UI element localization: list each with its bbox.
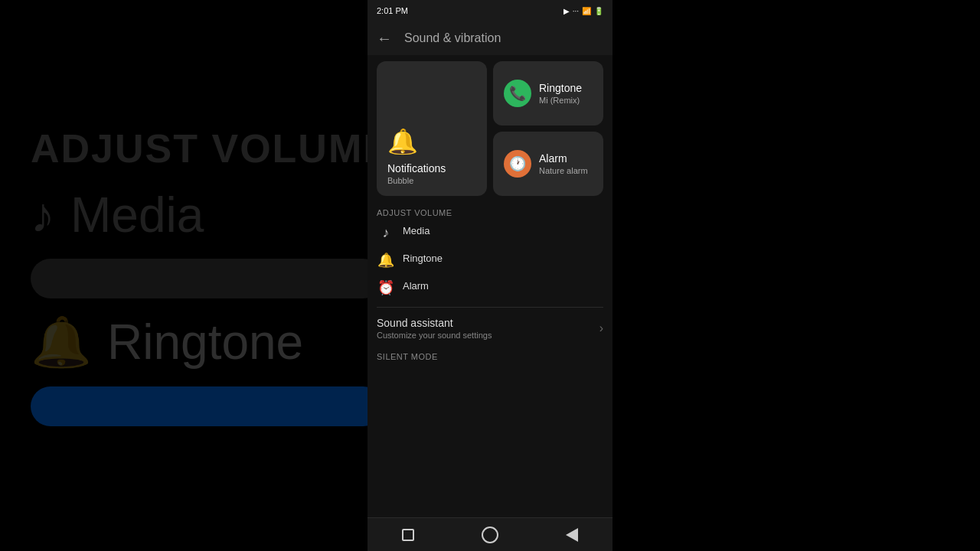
sound-assistant-subtitle: Customize your sound settings [377,331,599,340]
bg-bell-icon: 🔔 [31,314,92,371]
status-bar: 2:01 PM ▶ ··· 📶 🔋 [368,0,612,21]
back-nav-button[interactable] [557,520,587,550]
ringtone-volume-row: 🔔 Ringtone [377,252,603,269]
alarm-tile-sublabel: Nature alarm [539,166,593,175]
phone-frame: 2:01 PM ▶ ··· 📶 🔋 ← Sound & vibration 🔔 … [368,0,612,551]
header: ← Sound & vibration [368,21,612,55]
media-volume-label: Media [403,225,603,236]
ringtone-icon-circle: 📞 [504,80,531,107]
sound-assistant-text: Sound assistant Customize your sound set… [377,317,599,340]
notifications-tile-label: Notifications [387,162,446,174]
alarm-volume-label: Alarm [403,280,603,292]
status-time: 2:01 PM [377,6,408,15]
ringtone-tile-label: Ringtone [539,82,593,94]
signal-icon: ▶ [564,7,570,15]
bg-adjust-volume-text: ADJUST VOLUME [31,126,391,171]
ringtone-tile-sublabel: Mi (Remix) [539,96,593,105]
page-title: Sound & vibration [404,31,501,45]
bg-media-icon: ♪ [31,187,55,243]
back-button[interactable]: ← [377,30,392,47]
battery-icon: 🔋 [594,7,603,15]
recents-nav-button[interactable] [393,520,423,550]
sound-assistant-title: Sound assistant [377,317,599,329]
home-icon [482,527,498,543]
media-volume-row: ♪ Media [377,225,603,241]
alarm-tile-label: Alarm [539,152,593,165]
alarm-tile[interactable]: 🕐 Alarm Nature alarm [493,132,603,196]
content-area: 🔔 Notifications Bubble 📞 Ringtone Mi (Re… [368,55,612,517]
ringtone-tile[interactable]: 📞 Ringtone Mi (Remix) [493,61,603,126]
alarm-volume-icon: ⏰ [377,279,395,296]
wifi-icon: 📶 [582,7,591,15]
alarm-volume-row: ⏰ Alarm [377,279,603,296]
back-icon [566,528,578,542]
bg-media-text: Media [70,187,204,243]
sound-tiles-grid: 🔔 Notifications Bubble 📞 Ringtone Mi (Re… [377,61,603,196]
clock-icon: 🕐 [509,155,526,172]
sound-assistant-chevron: › [599,321,603,335]
notifications-tile[interactable]: 🔔 Notifications Bubble [377,61,487,196]
ringtone-volume-label: Ringtone [403,253,603,264]
status-icons: ▶ ··· 📶 🔋 [564,7,603,15]
notifications-tile-sublabel: Bubble [387,176,413,185]
bg-ringtone-text: Ringtone [107,314,303,370]
silent-mode-section-label: SILENT MODE [377,352,603,361]
bg-ringtone-bar [31,386,383,426]
adjust-volume-section-label: ADJUST VOLUME [377,208,603,217]
home-nav-button[interactable] [475,520,505,550]
bg-media-bar [31,259,383,298]
notifications-bell-icon: 🔔 [387,127,418,156]
media-icon: ··· [573,7,579,15]
bottom-navigation [368,517,612,551]
sound-assistant-row[interactable]: Sound assistant Customize your sound set… [377,307,603,347]
alarm-icon-circle: 🕐 [504,150,531,178]
recents-icon [402,529,414,541]
ringtone-volume-icon: 🔔 [377,252,395,269]
phone-icon: 📞 [509,85,526,102]
media-volume-icon: ♪ [377,225,395,241]
